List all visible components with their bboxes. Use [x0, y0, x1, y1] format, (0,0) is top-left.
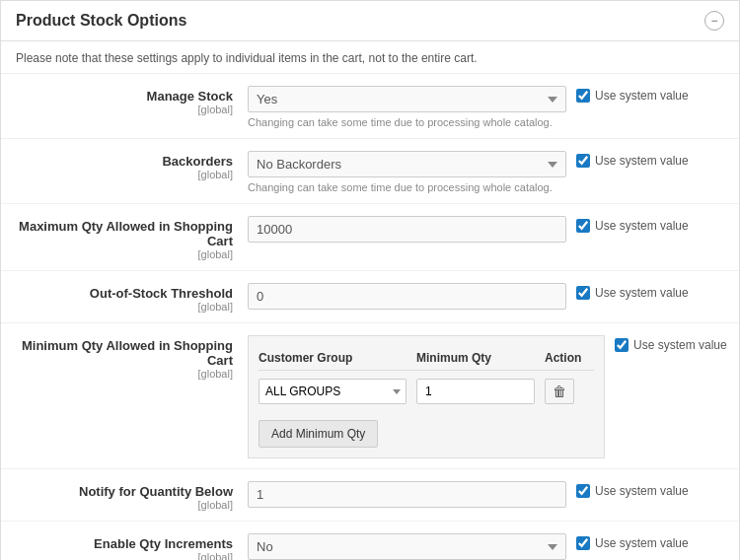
- enable-qty-increments-control: No Yes: [248, 531, 566, 560]
- max-qty-use-system: Use system value: [566, 214, 724, 233]
- min-qty-use-system: Use system value: [605, 333, 740, 352]
- max-qty-system-label[interactable]: Use system value: [595, 219, 689, 233]
- collapse-button[interactable]: −: [704, 11, 724, 31]
- min-qty-system-label[interactable]: Use system value: [633, 338, 727, 352]
- manage-stock-select[interactable]: Yes No: [248, 86, 566, 112]
- out-of-stock-label: Out-of-Stock Threshold [global]: [16, 281, 248, 313]
- manage-stock-system-checkbox[interactable]: [576, 89, 590, 103]
- min-qty-input-wrap: [407, 379, 535, 404]
- max-qty-control: [248, 214, 566, 243]
- notify-qty-system-label[interactable]: Use system value: [595, 484, 689, 498]
- out-of-stock-control: [248, 281, 566, 310]
- backorders-system-label[interactable]: Use system value: [595, 154, 689, 168]
- form-body: Manage Stock [global] Yes No Changing ca…: [1, 74, 739, 560]
- enable-qty-increments-use-system: Use system value: [566, 531, 724, 550]
- backorders-control: No Backorders Allow Qty Below 0 Allow Qt…: [248, 149, 566, 193]
- max-qty-label: Maximum Qty Allowed in Shopping Cart [gl…: [16, 214, 248, 260]
- out-of-stock-input[interactable]: [248, 283, 566, 310]
- col-header-customer-group: Customer Group: [259, 351, 407, 365]
- enable-qty-increments-select[interactable]: No Yes: [248, 533, 566, 560]
- backorders-label: Backorders [global]: [16, 149, 248, 180]
- manage-stock-system-label[interactable]: Use system value: [595, 89, 689, 103]
- notify-qty-use-system: Use system value: [566, 479, 724, 498]
- min-qty-system-checkbox[interactable]: [615, 338, 629, 352]
- enable-qty-increments-system-checkbox[interactable]: [576, 536, 590, 550]
- notify-qty-system-checkbox[interactable]: [576, 484, 590, 498]
- manage-stock-label: Manage Stock [global]: [16, 84, 248, 115]
- notify-qty-control: [248, 479, 566, 508]
- backorders-system-checkbox[interactable]: [576, 154, 590, 168]
- panel-header: Product Stock Options −: [1, 1, 739, 41]
- notify-qty-row: Notify for Quantity Below [global] Use s…: [1, 469, 739, 522]
- min-qty-row: Minimum Qty Allowed in Shopping Cart [gl…: [1, 323, 739, 469]
- customer-group-select[interactable]: ALL GROUPS General Wholesale Retailer: [259, 379, 407, 404]
- min-qty-input[interactable]: [416, 379, 535, 404]
- panel-title: Product Stock Options: [16, 12, 186, 30]
- backorders-use-system: Use system value: [566, 149, 724, 168]
- manage-stock-use-system: Use system value: [566, 84, 724, 103]
- notify-qty-label: Notify for Quantity Below [global]: [16, 479, 248, 511]
- out-of-stock-system-label[interactable]: Use system value: [595, 286, 689, 300]
- out-of-stock-use-system: Use system value: [566, 281, 724, 300]
- max-qty-system-checkbox[interactable]: [576, 219, 590, 233]
- manage-stock-row: Manage Stock [global] Yes No Changing ca…: [1, 74, 739, 139]
- max-qty-row: Maximum Qty Allowed in Shopping Cart [gl…: [1, 204, 739, 271]
- add-minimum-qty-button[interactable]: Add Minimum Qty: [259, 420, 378, 448]
- enable-qty-increments-row: Enable Qty Increments [global] No Yes Us…: [1, 522, 739, 560]
- customer-group-select-wrap: ALL GROUPS General Wholesale Retailer: [259, 379, 407, 404]
- manage-stock-note: Changing can take some time due to proce…: [248, 116, 566, 128]
- min-qty-table-header: Customer Group Minimum Qty Action: [259, 346, 594, 371]
- col-header-action: Action: [535, 351, 594, 365]
- backorders-row: Backorders [global] No Backorders Allow …: [1, 139, 739, 204]
- min-qty-label: Minimum Qty Allowed in Shopping Cart [gl…: [16, 333, 248, 380]
- min-qty-control: Customer Group Minimum Qty Action ALL GR…: [248, 333, 605, 458]
- out-of-stock-system-checkbox[interactable]: [576, 286, 590, 300]
- panel-note: Please note that these settings apply to…: [1, 41, 739, 74]
- min-qty-table-container: Customer Group Minimum Qty Action ALL GR…: [248, 335, 605, 458]
- delete-min-qty-button[interactable]: 🗑: [545, 379, 574, 404]
- max-qty-input[interactable]: [248, 216, 566, 243]
- product-stock-options-panel: Product Stock Options − Please note that…: [0, 0, 740, 560]
- min-qty-table-row: ALL GROUPS General Wholesale Retailer 🗑: [259, 379, 594, 404]
- enable-qty-increments-label: Enable Qty Increments [global]: [16, 531, 248, 560]
- out-of-stock-row: Out-of-Stock Threshold [global] Use syst…: [1, 271, 739, 323]
- manage-stock-control: Yes No Changing can take some time due t…: [248, 84, 566, 128]
- backorders-note: Changing can take some time due to proce…: [248, 181, 566, 193]
- min-qty-action-wrap: 🗑: [535, 379, 594, 404]
- col-header-minimum-qty: Minimum Qty: [407, 351, 535, 365]
- notify-qty-input[interactable]: [248, 481, 566, 508]
- backorders-select[interactable]: No Backorders Allow Qty Below 0 Allow Qt…: [248, 151, 566, 177]
- enable-qty-increments-system-label[interactable]: Use system value: [595, 536, 689, 550]
